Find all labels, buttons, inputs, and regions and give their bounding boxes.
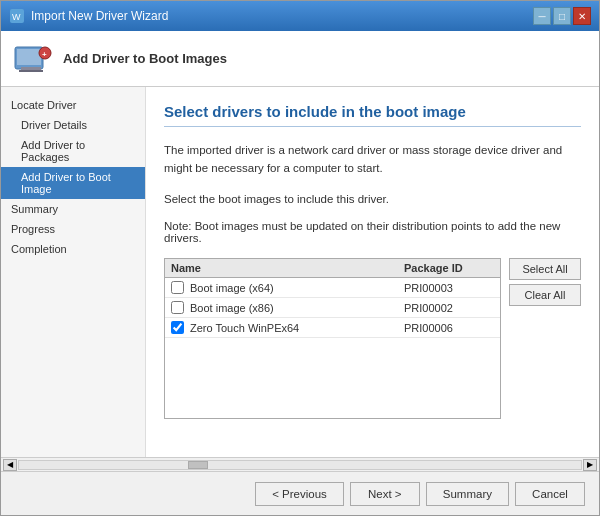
svg-text:W: W bbox=[12, 12, 21, 22]
cancel-button[interactable]: Cancel bbox=[515, 482, 585, 506]
main-panel: Select drivers to include in the boot im… bbox=[146, 87, 599, 457]
header-title: Add Driver to Boot Images bbox=[63, 51, 227, 66]
row3-pkg: PRI00006 bbox=[404, 322, 494, 334]
sidebar: Locate Driver Driver Details Add Driver … bbox=[1, 87, 146, 457]
row1-name: Boot image (x64) bbox=[190, 282, 404, 294]
minimize-button[interactable]: ─ bbox=[533, 7, 551, 25]
scroll-left-arrow[interactable]: ◀ bbox=[3, 459, 17, 471]
header-icon: + bbox=[13, 39, 53, 79]
svg-rect-4 bbox=[21, 67, 41, 70]
sidebar-item-driver-details[interactable]: Driver Details bbox=[1, 115, 145, 135]
previous-button[interactable]: < Previous bbox=[255, 482, 344, 506]
summary-button[interactable]: Summary bbox=[426, 482, 509, 506]
next-button[interactable]: Next > bbox=[350, 482, 420, 506]
wizard-icon: W bbox=[9, 8, 25, 24]
table-empty-area bbox=[165, 338, 500, 418]
table-header: Name Package ID bbox=[165, 259, 500, 278]
clear-all-button[interactable]: Clear All bbox=[509, 284, 581, 306]
svg-text:+: + bbox=[42, 50, 47, 59]
content-area: Locate Driver Driver Details Add Driver … bbox=[1, 87, 599, 457]
scroll-track[interactable] bbox=[18, 460, 582, 470]
scrollbar-area: ◀ ▶ bbox=[1, 457, 599, 471]
row2-name: Boot image (x86) bbox=[190, 302, 404, 314]
row3-checkbox[interactable] bbox=[171, 321, 184, 334]
sidebar-item-add-driver-boot[interactable]: Add Driver to Boot Image bbox=[1, 167, 145, 199]
col-name-header: Name bbox=[171, 262, 404, 274]
select-all-button[interactable]: Select All bbox=[509, 258, 581, 280]
wizard-window: W Import New Driver Wizard ─ □ ✕ + Add D… bbox=[0, 0, 600, 516]
sidebar-item-locate-driver[interactable]: Locate Driver bbox=[1, 95, 145, 115]
row3-name: Zero Touch WinPEx64 bbox=[190, 322, 404, 334]
description1: The imported driver is a network card dr… bbox=[164, 141, 581, 178]
title-bar-left: W Import New Driver Wizard bbox=[9, 8, 168, 24]
row2-checkbox[interactable] bbox=[171, 301, 184, 314]
header-bar: + Add Driver to Boot Images bbox=[1, 31, 599, 87]
maximize-button[interactable]: □ bbox=[553, 7, 571, 25]
scroll-right-arrow[interactable]: ▶ bbox=[583, 459, 597, 471]
title-controls: ─ □ ✕ bbox=[533, 7, 591, 25]
row1-checkbox[interactable] bbox=[171, 281, 184, 294]
title-bar: W Import New Driver Wizard ─ □ ✕ bbox=[1, 1, 599, 31]
col-pkg-header: Package ID bbox=[404, 262, 494, 274]
footer: < Previous Next > Summary Cancel bbox=[1, 471, 599, 515]
close-button[interactable]: ✕ bbox=[573, 7, 591, 25]
table-area: Name Package ID Boot image (x64) PRI0000… bbox=[164, 258, 581, 419]
sidebar-item-progress[interactable]: Progress bbox=[1, 219, 145, 239]
main-heading: Select drivers to include in the boot im… bbox=[164, 103, 581, 127]
title-text: Import New Driver Wizard bbox=[31, 9, 168, 23]
svg-rect-3 bbox=[17, 49, 41, 65]
boot-table: Name Package ID Boot image (x64) PRI0000… bbox=[164, 258, 501, 419]
sidebar-item-add-driver-packages[interactable]: Add Driver to Packages bbox=[1, 135, 145, 167]
table-row[interactable]: Boot image (x64) PRI00003 bbox=[165, 278, 500, 298]
sidebar-item-completion[interactable]: Completion bbox=[1, 239, 145, 259]
table-buttons: Select All Clear All bbox=[509, 258, 581, 419]
description2: Select the boot images to include this d… bbox=[164, 190, 581, 208]
scroll-thumb[interactable] bbox=[188, 461, 208, 469]
row2-pkg: PRI00002 bbox=[404, 302, 494, 314]
svg-rect-5 bbox=[19, 70, 43, 72]
note: Note: Boot images must be updated on the… bbox=[164, 220, 581, 244]
row1-pkg: PRI00003 bbox=[404, 282, 494, 294]
sidebar-item-summary[interactable]: Summary bbox=[1, 199, 145, 219]
table-row[interactable]: Boot image (x86) PRI00002 bbox=[165, 298, 500, 318]
table-row[interactable]: Zero Touch WinPEx64 PRI00006 bbox=[165, 318, 500, 338]
